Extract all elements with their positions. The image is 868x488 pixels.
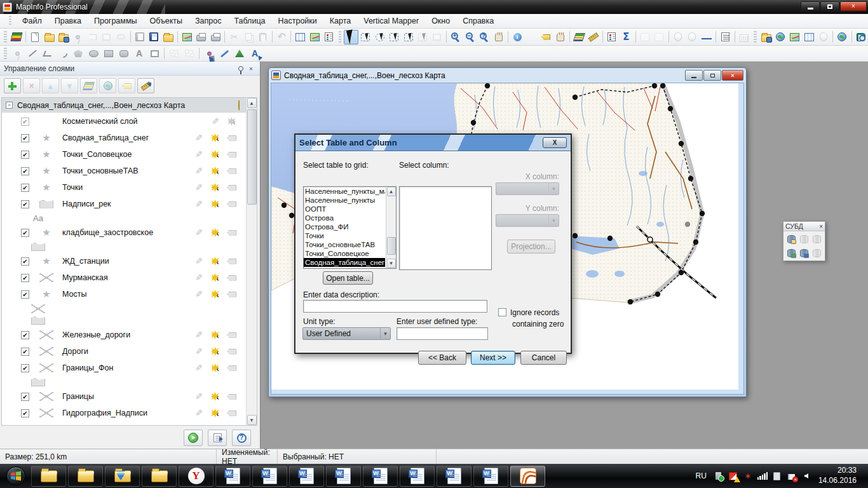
collapse-icon[interactable]: − bbox=[6, 102, 13, 109]
symbol-style-button[interactable] bbox=[201, 46, 217, 61]
layer-row[interactable]: ✔Дороги✎ bbox=[2, 343, 246, 360]
new-mapper-button[interactable] bbox=[308, 30, 322, 44]
language-indicator[interactable]: RU bbox=[693, 471, 709, 480]
layer-style-region[interactable] bbox=[38, 200, 55, 208]
layer-visibility-checkbox[interactable]: ✔ bbox=[21, 118, 29, 126]
show-legend-button[interactable] bbox=[605, 30, 620, 44]
layer-name[interactable]: кладбище_заостровское bbox=[62, 228, 193, 237]
search-reference-button[interactable] bbox=[853, 30, 868, 44]
root-label-tag-icon[interactable] bbox=[238, 101, 240, 110]
layer-row[interactable]: ✔Границы✎ bbox=[2, 388, 246, 405]
table-list-item[interactable]: Населенные_пункты bbox=[304, 196, 385, 205]
layer-name[interactable]: Дороги bbox=[62, 347, 193, 356]
layer-name[interactable]: Точки bbox=[62, 183, 193, 192]
layer-selectable-icon[interactable] bbox=[210, 199, 220, 209]
layer-control-2-button[interactable] bbox=[572, 30, 587, 44]
table-list-item[interactable]: Точки_Соловецкое bbox=[304, 249, 385, 258]
layer-visibility-checkbox[interactable]: ✔ bbox=[21, 184, 29, 192]
list-scroll-thumb[interactable] bbox=[387, 237, 396, 255]
layer-name[interactable]: Косметический слой bbox=[62, 117, 210, 126]
layer-row[interactable]: ✔★Мосты✎ bbox=[2, 286, 246, 302]
frame-tool-button[interactable] bbox=[147, 46, 162, 61]
layer-style-line[interactable] bbox=[38, 409, 55, 417]
ignore-zero-checkbox[interactable] bbox=[498, 308, 506, 316]
layer-name[interactable]: Гидрография_Надписи bbox=[62, 409, 193, 417]
layer-row[interactable]: ✔Мурманская✎ bbox=[2, 269, 246, 286]
taskbar-word-doc-3[interactable] bbox=[289, 466, 324, 487]
select-arrow-button[interactable] bbox=[344, 30, 358, 44]
layer-selectable-icon[interactable] bbox=[210, 256, 220, 266]
column-listbox[interactable] bbox=[399, 186, 492, 270]
list-scroll-down-icon[interactable]: ▼ bbox=[387, 259, 396, 268]
open-table-button[interactable] bbox=[43, 30, 57, 44]
layer-row[interactable]: ✔Границы_Фон✎ bbox=[2, 360, 246, 376]
scroll-up-icon[interactable]: ▲ bbox=[247, 98, 257, 108]
open-web-map-button[interactable] bbox=[773, 30, 788, 44]
network-error-icon[interactable] bbox=[787, 471, 797, 481]
taskbar-word-doc-1[interactable] bbox=[215, 466, 250, 487]
menu-таблица[interactable]: Таблица bbox=[229, 15, 271, 27]
layer-style-region[interactable] bbox=[30, 378, 46, 386]
layer-name[interactable]: ЖД_станции bbox=[62, 257, 193, 266]
arc-tool-button[interactable] bbox=[55, 46, 71, 61]
connection-icon[interactable]: ✶ bbox=[743, 471, 753, 481]
layer-name[interactable]: Точки_Соловецкое bbox=[62, 150, 193, 159]
polyline-tool-button[interactable] bbox=[40, 46, 55, 61]
table-list-scrollbar[interactable]: ▲ ▼ bbox=[386, 187, 396, 268]
print-button[interactable] bbox=[194, 30, 208, 44]
layer-row[interactable]: ✔Железные_дороги✎ bbox=[2, 327, 246, 343]
table-list-item[interactable]: Точки_основныеТАВ bbox=[304, 240, 385, 249]
layer-row[interactable]: ✔Гидрография_Надписи✎ bbox=[2, 405, 246, 421]
table-list-item[interactable]: Острова_ФИ bbox=[304, 222, 385, 231]
info-tool-button[interactable]: i bbox=[510, 30, 525, 44]
layer-row[interactable]: ✔★ЖД_станции✎ bbox=[2, 253, 246, 269]
layer-style-line[interactable] bbox=[38, 392, 55, 401]
layer-style-region[interactable] bbox=[30, 243, 46, 251]
help-button[interactable]: ? bbox=[232, 430, 251, 446]
layer-row[interactable]: ✔Косметический слой✎ bbox=[2, 113, 246, 130]
layer-row[interactable]: ✔Надписи_рек✎ bbox=[2, 196, 246, 212]
layer-selectable-icon[interactable] bbox=[210, 408, 220, 418]
menu-окно[interactable]: Окно bbox=[426, 15, 456, 27]
layer-style-symbol[interactable]: ★ bbox=[38, 165, 55, 177]
table-list-item[interactable]: Острова bbox=[304, 214, 385, 222]
layer-selectable-icon[interactable] bbox=[210, 133, 220, 143]
menu-запрос[interactable]: Запрос bbox=[189, 15, 227, 27]
pin-panel-icon[interactable] bbox=[236, 64, 246, 73]
layer-name[interactable]: Сводная_таблица_снег bbox=[62, 133, 193, 142]
layer-visibility-checkbox[interactable]: ✔ bbox=[21, 200, 29, 208]
table-list-item[interactable]: ООПТ bbox=[304, 205, 385, 214]
layer-style-symbol[interactable]: ★ bbox=[38, 227, 55, 238]
layer-visibility-checkbox[interactable]: ✔ bbox=[21, 409, 29, 417]
status-selected[interactable]: Выбранный: НЕТ bbox=[278, 449, 437, 464]
minimize-button[interactable] bbox=[801, 1, 820, 11]
layer-row[interactable]: ✔★Точки_основныеТАВ✎ bbox=[2, 163, 246, 179]
layer-dialog-button[interactable] bbox=[208, 430, 227, 446]
open-dbms-table-button[interactable] bbox=[785, 233, 797, 246]
taskbar-folder-download[interactable] bbox=[105, 466, 140, 487]
menu-карта[interactable]: Карта bbox=[324, 15, 356, 27]
marquee-select-button[interactable] bbox=[358, 30, 373, 44]
taskbar-yandex-browser[interactable]: Y bbox=[179, 466, 214, 487]
layer-style-symbol[interactable]: ★ bbox=[38, 132, 55, 144]
table-list-item[interactable]: Сводная_таблица_снег bbox=[304, 258, 385, 267]
taskbar-word-doc-6[interactable] bbox=[400, 466, 435, 487]
make-table-mappable-button[interactable] bbox=[785, 247, 797, 260]
next-button[interactable]: Next >> bbox=[471, 351, 515, 365]
taskbar-word-doc-8[interactable] bbox=[473, 466, 508, 487]
layer-selectable-icon[interactable] bbox=[210, 273, 220, 283]
layer-selectable-icon[interactable] bbox=[210, 391, 220, 402]
layer-style-region[interactable] bbox=[30, 316, 46, 325]
scroll-thumb[interactable] bbox=[247, 109, 257, 205]
layer-selectable-icon[interactable] bbox=[210, 346, 220, 356]
signal-strength-icon[interactable] bbox=[757, 471, 768, 481]
world-map-button[interactable] bbox=[835, 30, 850, 44]
layer-row[interactable]: ✔★кладбище_заостровское✎ bbox=[2, 224, 246, 241]
auto-refresh-button[interactable]: ➤ bbox=[184, 430, 203, 446]
antivirus-icon[interactable] bbox=[728, 471, 738, 481]
window-list-button[interactable] bbox=[718, 30, 733, 44]
list-scroll-up-icon[interactable]: ▲ bbox=[387, 187, 396, 196]
close-panel-icon[interactable]: × bbox=[246, 64, 256, 73]
close-button[interactable]: × bbox=[840, 1, 867, 11]
open-dbms-table-button[interactable] bbox=[57, 30, 71, 44]
